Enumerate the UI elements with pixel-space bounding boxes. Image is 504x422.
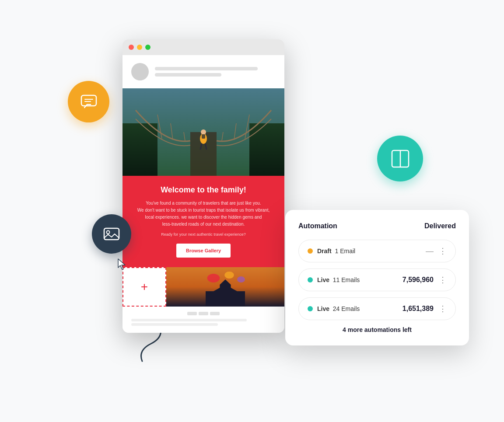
chat-icon-circle — [68, 81, 109, 122]
main-scene: OFF GRID TRAVELER — [0, 0, 504, 422]
delivered-value-2: 1,651,389 — [399, 305, 434, 313]
row-status-label-live-2: Live 24 Emails — [317, 305, 399, 312]
more-automations-label: 4 more automations left — [298, 326, 456, 333]
svg-rect-9 — [249, 123, 284, 176]
row-options-button-2[interactable]: ⋮ — [439, 304, 447, 314]
email-red-section: Welcome to the family! You've found a co… — [122, 176, 284, 267]
header-line-long — [155, 67, 258, 70]
footer-dot — [210, 312, 220, 315]
email-hero-image: OFF GRID TRAVELER — [122, 88, 284, 176]
svg-point-25 — [237, 276, 245, 282]
footer-dot — [199, 312, 208, 315]
template-icon-circle — [377, 136, 423, 181]
row-options-button[interactable]: ⋮ — [439, 246, 447, 256]
svg-rect-8 — [122, 123, 158, 176]
titlebar-dot-red — [129, 45, 134, 50]
header-line-short — [155, 73, 221, 77]
email-header-content — [122, 55, 284, 88]
header-avatar — [131, 63, 149, 80]
svg-rect-5 — [104, 228, 119, 240]
status-dot-orange — [308, 248, 313, 254]
bridge-scene: OFF GRID TRAVELER — [122, 88, 284, 176]
image-icon-circle — [92, 214, 131, 254]
svg-point-24 — [224, 272, 234, 279]
footer-line — [131, 319, 247, 321]
delivered-column-label: Delivered — [424, 222, 456, 230]
svg-point-18 — [201, 129, 206, 135]
image-preview — [166, 267, 284, 307]
automation-column-label: Automation — [298, 222, 337, 230]
status-dot-green-1 — [308, 277, 313, 282]
cursor-icon — [117, 258, 127, 273]
svg-rect-28 — [220, 285, 231, 291]
email-welcome-body: You've found a community of travelers th… — [136, 200, 271, 228]
footer-grid-dots — [131, 312, 276, 315]
automation-panel: Automation Delivered Draft 1 Email — ⋮ L… — [285, 210, 469, 345]
svg-point-23 — [207, 274, 220, 282]
svg-rect-26 — [206, 291, 245, 307]
svg-rect-19 — [202, 134, 205, 139]
email-welcome-title: Welcome to the family! — [136, 185, 271, 195]
browse-gallery-button[interactable]: Browse Gallery — [176, 244, 231, 258]
status-dot-green-2 — [308, 306, 313, 311]
automation-panel-header: Automation Delivered — [298, 222, 456, 230]
header-lines — [155, 67, 276, 77]
row-status-label-live-1: Live 11 Emails — [317, 276, 399, 283]
email-titlebar — [122, 39, 284, 55]
automation-row-live-2: Live 24 Emails 1,651,389 ⋮ — [298, 297, 456, 320]
email-image-strip: + — [122, 267, 284, 307]
titlebar-dot-yellow — [137, 45, 142, 50]
add-image-box[interactable]: + — [122, 267, 166, 307]
row-status-label: Draft 1 Email — [317, 248, 399, 255]
titlebar-dot-green — [145, 45, 150, 50]
svg-point-6 — [107, 231, 110, 234]
automation-row-draft: Draft 1 Email — ⋮ — [298, 240, 456, 262]
delivered-value-dash: — — [399, 247, 434, 256]
delivered-value-1: 7,596,960 — [399, 276, 434, 284]
automation-row-live-1: Live 11 Emails 7,596,960 ⋮ — [298, 269, 456, 291]
email-footer — [122, 307, 284, 333]
email-ready-text: Ready for your next authentic travel exp… — [136, 232, 271, 237]
row-options-button-1[interactable]: ⋮ — [439, 275, 447, 285]
footer-dot — [187, 312, 197, 315]
footer-line — [131, 323, 218, 326]
email-mockup: OFF GRID TRAVELER — [122, 39, 284, 333]
